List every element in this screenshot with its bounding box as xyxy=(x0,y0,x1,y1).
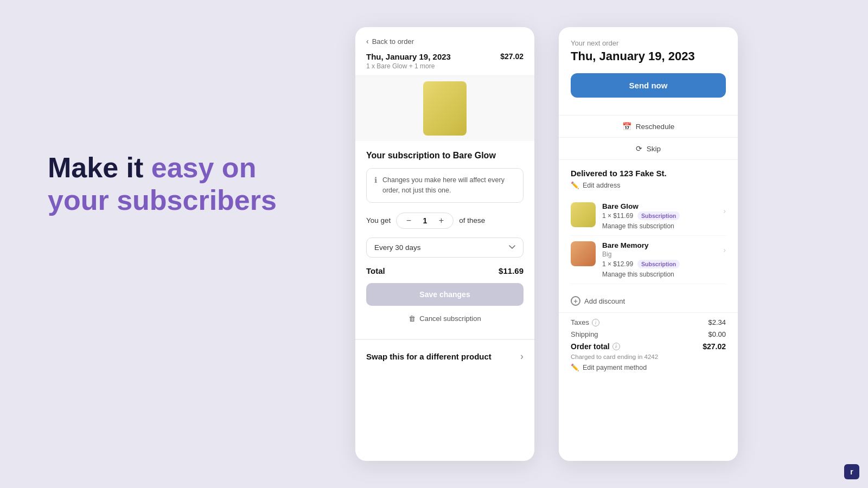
product-price-row-memory: 1 × $12.99 Subscription xyxy=(602,260,717,268)
order-total-label: Order total i xyxy=(571,342,620,351)
hero-line1: Make it xyxy=(48,152,151,183)
product-row-memory: Bare Memory Big 1 × $12.99 Subscription … xyxy=(571,236,726,284)
product-row-glow: Bare Glow 1 × $11.69 Subscription Manage… xyxy=(571,197,726,236)
order-total-info-icon: i xyxy=(612,343,620,350)
swap-chevron-icon: › xyxy=(520,351,524,362)
product-thumb-glow xyxy=(571,202,596,227)
add-discount-icon: + xyxy=(571,296,580,306)
subscription-badge-memory: Subscription xyxy=(637,260,680,268)
taxes-value: $2.34 xyxy=(708,318,726,326)
quantity-controls: − 1 + xyxy=(396,213,454,229)
cancel-subscription-link[interactable]: 🗑 Cancel subscription xyxy=(366,312,524,329)
subscription-badge-glow: Subscription xyxy=(637,211,680,220)
order-date: Thu, January 19, 2023 xyxy=(366,52,451,61)
skip-icon: ⟳ xyxy=(636,144,642,153)
next-order-header: Your next order Thu, January 19, 2023 Se… xyxy=(559,27,738,115)
edit-address-label: Edit address xyxy=(583,182,620,189)
quantity-increase-button[interactable]: + xyxy=(436,215,446,226)
logo-mark: r xyxy=(844,464,859,479)
card-header: ‹ Back to order Thu, January 19, 2023 1 … xyxy=(355,27,534,76)
shipping-value: $0.00 xyxy=(708,330,726,338)
order-items: 1 x Bare Glow + 1 more xyxy=(366,62,451,70)
subscription-section: Your subscription to Bare Glow ℹ Changes… xyxy=(355,141,534,339)
save-changes-button[interactable]: Save changes xyxy=(366,283,524,306)
product-info-glow: Bare Glow 1 × $11.69 Subscription Manage… xyxy=(602,202,717,230)
product-price-row-glow: 1 × $11.69 Subscription xyxy=(602,211,717,220)
edit-payment-link[interactable]: ✏️ Edit payment method xyxy=(571,363,726,371)
reschedule-label: Reschedule xyxy=(636,123,674,131)
edit-address-link[interactable]: ✏️ Edit address xyxy=(571,181,726,189)
info-text: Changes you make here will affect every … xyxy=(382,175,515,196)
product-name-glow: Bare Glow xyxy=(602,202,717,210)
skip-row[interactable]: ⟳ Skip xyxy=(559,137,738,159)
product-image xyxy=(423,81,467,136)
charged-text: Charged to card ending in 4242 xyxy=(571,354,726,360)
edit-payment-icon: ✏️ xyxy=(571,363,579,371)
edit-icon: ✏️ xyxy=(571,181,579,189)
frequency-select[interactable]: Every 30 days xyxy=(366,237,524,258)
delivered-title: Delivered to 123 Fake St. xyxy=(571,169,726,178)
taxes-label: Taxes i xyxy=(571,318,599,326)
calendar-icon: 📅 xyxy=(622,122,631,131)
product-qty-price-memory: 1 × $12.99 xyxy=(602,260,633,268)
product-chevron-memory: › xyxy=(723,246,726,254)
back-to-order-link[interactable]: ‹ Back to order xyxy=(366,37,524,46)
product-thumb-memory xyxy=(571,241,596,266)
hero-line2: your subscribers xyxy=(48,184,277,216)
shipping-row: Shipping $0.00 xyxy=(571,330,726,338)
swap-title: Swap this for a different product xyxy=(366,352,492,361)
quantity-decrease-button[interactable]: − xyxy=(403,215,414,226)
shipping-label: Shipping xyxy=(571,330,598,338)
total-value: $11.69 xyxy=(499,266,524,275)
hero-section: Make it easy on your subscribers xyxy=(48,152,308,217)
back-label: Back to order xyxy=(372,37,414,46)
skip-label: Skip xyxy=(647,145,661,153)
product-qty-price-glow: 1 × $11.69 xyxy=(602,212,633,220)
financial-summary: Taxes i $2.34 Shipping $0.00 Order total… xyxy=(559,313,738,377)
quantity-row: You get − 1 + of these xyxy=(366,213,524,229)
swap-product-section[interactable]: Swap this for a different product › xyxy=(355,339,534,373)
next-order-label: Your next order xyxy=(571,39,726,47)
send-now-button[interactable]: Send now xyxy=(571,73,726,98)
total-label: Total xyxy=(366,266,385,275)
taxes-row: Taxes i $2.34 xyxy=(571,318,726,326)
next-order-card: Your next order Thu, January 19, 2023 Se… xyxy=(559,27,738,461)
delivered-section: Delivered to 123 Fake St. ✏️ Edit addres… xyxy=(559,159,738,290)
cancel-label: Cancel subscription xyxy=(419,314,481,323)
manage-subscription-link-memory[interactable]: Manage this subscription xyxy=(602,271,717,278)
subscription-management-card: ‹ Back to order Thu, January 19, 2023 1 … xyxy=(355,27,534,461)
add-discount-label: Add discount xyxy=(584,297,625,305)
order-summary-row: Thu, January 19, 2023 1 x Bare Glow + 1 … xyxy=(366,52,524,70)
info-icon: ℹ xyxy=(374,176,377,196)
product-image-area xyxy=(355,76,534,141)
quantity-value: 1 xyxy=(420,216,429,225)
next-order-date: Thu, January 19, 2023 xyxy=(571,49,726,63)
trash-icon: 🗑 xyxy=(409,314,416,323)
of-these-label: of these xyxy=(459,216,485,224)
you-get-label: You get xyxy=(366,216,391,224)
order-total-value: $27.02 xyxy=(703,342,726,351)
order-total-row: Order total i $27.02 xyxy=(571,342,726,351)
back-chevron-icon: ‹ xyxy=(366,37,369,46)
total-row: Total $11.69 xyxy=(366,266,524,275)
subscription-title: Your subscription to Bare Glow xyxy=(366,151,524,160)
order-price: $27.02 xyxy=(500,52,524,61)
add-discount-row[interactable]: + Add discount xyxy=(559,290,738,313)
product-variant-memory: Big xyxy=(602,251,717,258)
product-name-memory: Bare Memory xyxy=(602,241,717,249)
manage-subscription-link-glow[interactable]: Manage this subscription xyxy=(602,222,717,230)
edit-payment-label: Edit payment method xyxy=(583,364,647,371)
product-info-memory: Bare Memory Big 1 × $12.99 Subscription … xyxy=(602,241,717,278)
taxes-info-icon: i xyxy=(592,319,599,326)
product-chevron-glow: › xyxy=(723,207,726,215)
reschedule-row[interactable]: 📅 Reschedule xyxy=(559,115,738,137)
info-box: ℹ Changes you make here will affect ever… xyxy=(366,168,524,203)
hero-accent: easy on xyxy=(151,152,257,183)
